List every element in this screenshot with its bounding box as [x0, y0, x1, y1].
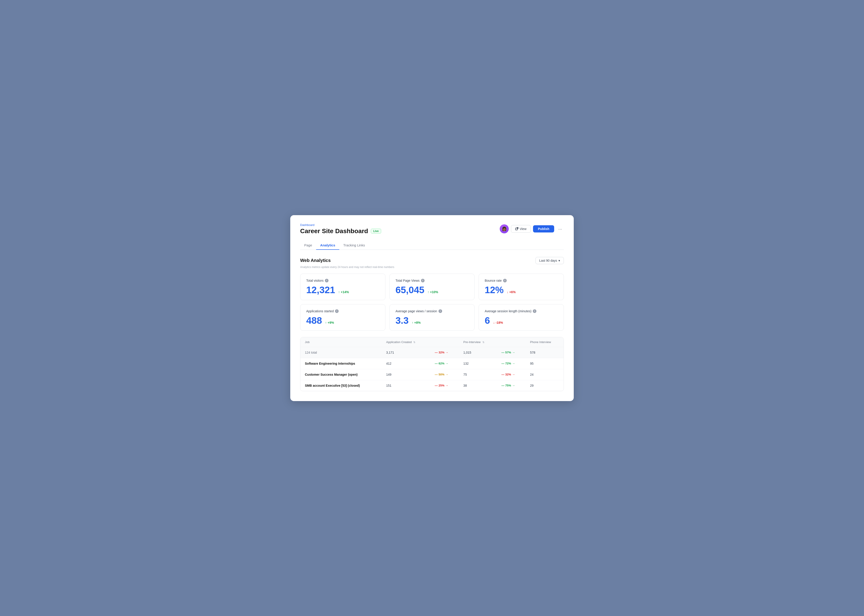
- date-range-dropdown[interactable]: Last 90 days ▾: [536, 257, 564, 264]
- metric-card: Total Page Views i 65,045 ↑ +10%: [389, 273, 475, 300]
- phone-interview-value: 95: [526, 358, 564, 369]
- app-funnel-cell: — 32% →: [430, 347, 459, 358]
- funnel-arrow2-icon: →: [512, 384, 515, 387]
- metric-value-row: 3.3 ↑ +8%: [396, 315, 469, 326]
- tab-tracking-links[interactable]: Tracking Links: [339, 241, 369, 250]
- avatar-image: 👩🏾: [500, 225, 509, 233]
- web-analytics-header: Web Analytics Last 90 days ▾: [300, 257, 564, 264]
- pre-funnel-pct: — 72% →: [501, 362, 521, 365]
- app-created-value: 3,171: [382, 347, 430, 358]
- change-arrow-icon: ↑: [412, 321, 413, 324]
- metric-card: Total visitors i 12,321 ↑ +14%: [300, 273, 385, 300]
- metric-change: ↓ -18%: [493, 321, 503, 324]
- app-created-value: 149: [382, 369, 430, 380]
- page-title: Career Site Dashboard: [300, 228, 368, 235]
- change-value: +10%: [430, 290, 438, 294]
- funnel-arrow-icon: →: [445, 384, 448, 387]
- col-app-created: Application Created ⇅: [382, 337, 430, 347]
- pre-interview-value: 75: [459, 369, 497, 380]
- metric-value: 6: [485, 315, 490, 326]
- funnel-arrow2-icon: →: [512, 373, 515, 376]
- funnel-dash-icon: —: [435, 373, 438, 376]
- info-icon[interactable]: i: [438, 310, 442, 313]
- metric-value: 3.3: [396, 315, 408, 326]
- pre-interview-value: 38: [459, 380, 497, 391]
- metric-value-row: 488 ↑ +9%: [306, 315, 379, 326]
- change-arrow-icon: ↑: [427, 290, 429, 294]
- sort-icon-app[interactable]: ⇅: [413, 341, 415, 344]
- pre-interview-value: 1,015: [459, 347, 497, 358]
- metric-value-row: 65,045 ↑ +10%: [396, 284, 469, 295]
- metric-card: Bounce rate i 12% ↓ +6%: [479, 273, 564, 300]
- live-badge: Live: [371, 229, 381, 234]
- metric-card: Applications started i 488 ↑ +9%: [300, 304, 385, 331]
- info-icon[interactable]: i: [421, 279, 424, 282]
- metric-change: ↑ +10%: [427, 290, 438, 294]
- table-row: 124 total 3,171 — 32% → 1,015 — 57% → 57…: [300, 347, 564, 358]
- analytics-subtitle: Analytics metrics update every 24 hours …: [300, 266, 564, 269]
- section-title: Web Analytics: [300, 258, 331, 263]
- info-icon[interactable]: i: [533, 310, 536, 313]
- view-button[interactable]: View: [511, 225, 531, 233]
- col-phone-interview: Phone Interview: [526, 337, 564, 347]
- metric-value-row: 12% ↓ +6%: [485, 284, 558, 295]
- metric-change: ↑ +8%: [412, 321, 421, 324]
- pre-funnel-cell: — 75% →: [497, 380, 526, 391]
- external-link-icon: [515, 227, 519, 231]
- app-created-value: 412: [382, 358, 430, 369]
- tab-page[interactable]: Page: [300, 241, 316, 250]
- date-range-label: Last 90 days: [539, 259, 557, 262]
- funnel-dash2-icon: —: [501, 384, 505, 387]
- pre-funnel-pct: — 75% →: [501, 384, 521, 387]
- funnel-arrow-icon: →: [445, 373, 448, 376]
- metrics-grid: Total visitors i 12,321 ↑ +14% Total Pag…: [300, 273, 564, 331]
- change-value: +6%: [509, 290, 516, 294]
- col-pre-funnel: [497, 337, 526, 347]
- jobs-table-container: Job Application Created ⇅ Pre-Interview …: [300, 337, 564, 391]
- main-card: Dashboard Career Site Dashboard Live 👩🏾 …: [290, 215, 574, 401]
- tab-analytics[interactable]: Analytics: [316, 241, 339, 250]
- metric-card: Average page views / session i 3.3 ↑ +8%: [389, 304, 475, 331]
- col-app-funnel: [430, 337, 459, 347]
- funnel-dash-icon: —: [435, 384, 438, 387]
- app-funnel-cell: — 25% →: [430, 380, 459, 391]
- pre-funnel-cell: — 32% →: [497, 369, 526, 380]
- info-icon[interactable]: i: [325, 279, 328, 282]
- info-icon[interactable]: i: [503, 279, 507, 282]
- tabs: Page Analytics Tracking Links: [300, 241, 564, 250]
- change-arrow-icon: ↑: [325, 321, 327, 324]
- table-row: Customer Success Manager (open) 149 — 50…: [300, 369, 564, 380]
- pre-interview-value: 132: [459, 358, 497, 369]
- funnel-dash2-icon: —: [501, 351, 505, 354]
- col-job: Job: [300, 337, 382, 347]
- more-button[interactable]: ···: [557, 225, 564, 233]
- change-arrow-icon: ↑: [338, 290, 340, 294]
- change-value: +8%: [414, 321, 421, 324]
- more-dots-icon: ···: [558, 226, 562, 231]
- app-funnel-cell: — 62% →: [430, 358, 459, 369]
- job-name: Customer Success Manager (open): [300, 369, 382, 380]
- table-row: SMB account Executive [53] (closed) 151 …: [300, 380, 564, 391]
- metric-label: Applications started i: [306, 310, 379, 313]
- phone-interview-value: 29: [526, 380, 564, 391]
- publish-button[interactable]: Publish: [533, 225, 554, 233]
- pre-funnel-cell: — 72% →: [497, 358, 526, 369]
- change-value: -18%: [496, 321, 503, 324]
- avatar: 👩🏾: [500, 225, 509, 233]
- change-arrow-icon: ↓: [493, 321, 495, 324]
- info-icon[interactable]: i: [335, 310, 339, 313]
- app-funnel-pct: — 62% →: [435, 362, 454, 365]
- breadcrumb: Dashboard: [300, 223, 381, 226]
- change-value: +14%: [341, 290, 349, 294]
- jobs-table: Job Application Created ⇅ Pre-Interview …: [300, 337, 564, 391]
- funnel-dash2-icon: —: [501, 362, 505, 365]
- change-arrow-icon: ↓: [507, 290, 508, 294]
- header: Dashboard Career Site Dashboard Live 👩🏾 …: [300, 223, 564, 235]
- funnel-arrow2-icon: →: [512, 351, 515, 354]
- metric-value: 12%: [485, 284, 503, 295]
- funnel-dash2-icon: —: [501, 373, 505, 376]
- metric-label: Total Page Views i: [396, 279, 469, 282]
- funnel-arrow2-icon: →: [512, 362, 515, 365]
- sort-icon-pre[interactable]: ⇅: [482, 341, 484, 344]
- col-pre-interview: Pre-Interview ⇅: [459, 337, 497, 347]
